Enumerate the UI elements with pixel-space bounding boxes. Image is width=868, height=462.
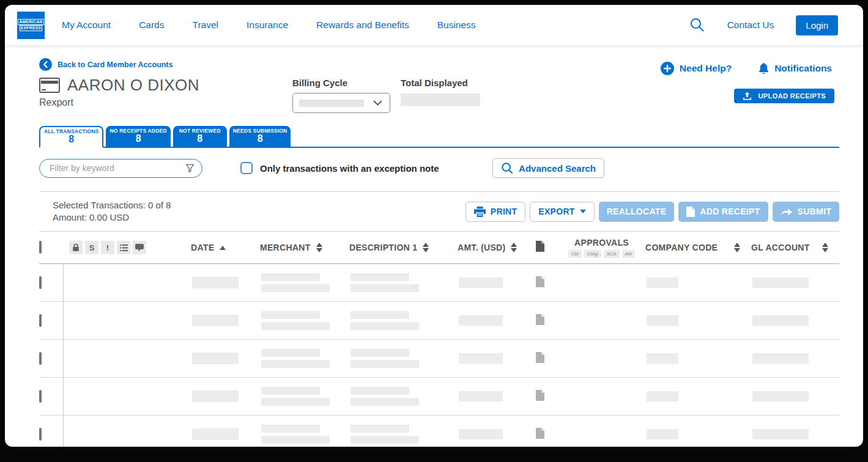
description-placeholder [351,349,458,368]
lock-icon [69,241,83,254]
company-code-placeholder [647,429,678,439]
contact-us-link[interactable]: Contact Us [727,20,774,31]
receipt-doc-icon [686,207,695,217]
column-header-amount[interactable]: AMT. (USD) [458,243,536,252]
sort-icons [511,243,517,252]
bell-icon [759,63,769,75]
upload-icon [743,92,752,100]
gl-account-placeholder [752,315,809,326]
nav-item-travel[interactable]: Travel [192,20,218,31]
main-content: Back to Card Member Accounts Need Help? … [5,46,863,447]
column-label: DATE [191,243,214,252]
amount-placeholder [459,429,503,439]
document-icon [536,241,544,252]
row-checkbox[interactable] [39,390,42,403]
row-checkbox[interactable] [39,276,42,289]
column-header-description[interactable]: DESCRIPTION 1 [349,243,458,252]
description-placeholder [351,311,458,330]
amount-placeholder [459,353,503,364]
caret-down-icon [580,210,586,213]
need-help-link[interactable]: Need Help? [661,62,732,75]
gl-account-placeholder [752,277,809,288]
tab-needs-submission[interactable]: NEEDS SUBMISSION 8 [229,126,291,147]
receipt-doc-icon[interactable] [536,314,544,325]
search-icon[interactable] [689,17,705,33]
selected-amount-text: Amount: 0.00 USD [53,211,171,224]
export-button[interactable]: EXPORT [530,202,594,222]
approval-badge-cm: CM [568,250,582,258]
nav-item-business[interactable]: Business [437,20,476,31]
date-placeholder [192,315,239,326]
date-placeholder [192,277,239,288]
table-row [39,340,839,378]
merchant-placeholder [261,311,349,330]
amount-placeholder [459,391,503,402]
row-checkbox[interactable] [39,352,42,365]
keyword-filter-input[interactable] [48,163,185,174]
selected-transactions-text: Selected Transactions: 0 of 8 [53,199,171,211]
upload-receipts-button[interactable]: UPLOAD RECEIPTS [734,89,834,103]
nav-item-rewards[interactable]: Rewards and Benefits [316,20,409,31]
add-receipt-button[interactable]: ADD RECEIPT [678,202,768,222]
login-button[interactable]: Login [796,15,838,35]
nav-item-cards[interactable]: Cards [139,20,164,31]
column-label: DESCRIPTION 1 [349,243,417,252]
approval-badge-cmgr: CMgr [584,250,601,258]
app-window: AMERICAN EXPRESS My Account Cards Travel… [5,5,863,447]
approval-badge-bca: BCA [604,250,619,258]
column-label: GL ACCOUNT [751,243,810,252]
tab-no-receipts-added[interactable]: NO RECEIPTS ADDED 8 [106,126,170,147]
nav-item-my-account[interactable]: My Account [62,20,111,31]
total-displayed-value-placeholder [401,94,480,106]
print-label: PRINT [491,207,517,216]
receipt-doc-icon[interactable] [536,390,544,401]
approval-badges: CM CMgr BCA AM [568,250,635,258]
notifications-link[interactable]: Notifications [759,63,832,75]
column-header-merchant[interactable]: MERCHANT [260,243,349,252]
nav-item-insurance[interactable]: Insurance [247,20,288,31]
amount-placeholder [459,277,503,288]
select-all-checkbox[interactable] [39,241,42,254]
row-checkbox[interactable] [39,428,42,441]
column-header-receipt [536,241,558,254]
filter-funnel-icon [185,164,195,173]
column-label: COMPANY CODE [645,243,718,252]
exception-note-checkbox-group[interactable]: Only transactions with an exception note [240,162,439,174]
submit-button[interactable]: SUBMIT [773,202,839,222]
table-row [39,416,839,447]
list-icon [117,241,130,254]
back-to-accounts-link[interactable]: Back to Card Member Accounts [39,58,172,71]
company-code-placeholder [647,277,678,288]
description-placeholder [351,425,458,444]
need-help-label: Need Help? [680,63,732,74]
receipt-doc-icon[interactable] [536,428,544,439]
billing-cycle-select[interactable] [292,93,390,113]
billing-cycle-value-placeholder [299,100,364,107]
advanced-search-label: Advanced Search [519,163,596,174]
tab-not-reviewed[interactable]: NOT REVIEWED 8 [173,126,227,147]
tab-all-transactions[interactable]: ALL TRANSACTIONS 8 [39,126,103,148]
column-header-date[interactable]: DATE [191,243,260,252]
company-code-placeholder [647,391,678,402]
amex-logo[interactable]: AMERICAN EXPRESS [17,12,45,39]
sort-asc-icon [220,246,226,250]
column-label: AMT. (USD) [458,243,505,252]
plus-circle-icon [661,62,674,75]
merchant-placeholder [261,349,349,368]
top-navbar: AMERICAN EXPRESS My Account Cards Travel… [5,5,863,46]
cardmember-subtitle: Rexport [39,97,73,108]
credit-card-icon [39,78,60,93]
column-header-gl-account[interactable]: GL ACCOUNT [751,243,839,252]
reallocate-button[interactable]: REALLOCATE [599,202,675,222]
row-checkbox[interactable] [39,314,42,327]
exception-note-checkbox[interactable] [240,162,253,174]
receipt-doc-icon[interactable] [536,276,544,287]
print-button[interactable]: PRINT [466,202,526,222]
column-header-company-code[interactable]: COMPANY CODE [645,243,751,252]
description-placeholder [351,273,458,292]
advanced-search-button[interactable]: Advanced Search [492,158,604,178]
receipt-doc-icon[interactable] [536,352,544,363]
chevron-down-icon [373,100,382,106]
gl-account-placeholder [752,429,809,439]
tab-count: 8 [197,134,202,144]
